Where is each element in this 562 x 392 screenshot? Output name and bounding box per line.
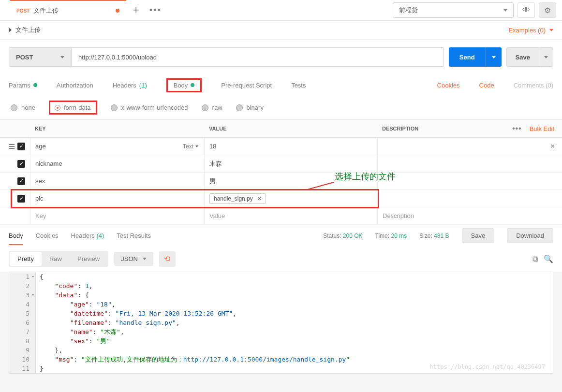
drag-handle-icon[interactable] (9, 144, 15, 149)
wrap-icon: ⟲ (164, 254, 170, 263)
settings-button[interactable]: ⚙ (539, 2, 556, 18)
description-cell[interactable] (377, 173, 562, 189)
content-type-select[interactable]: JSON (114, 252, 153, 266)
tab-prerequest[interactable]: Pre-request Script (221, 82, 272, 89)
eye-icon: 👁 (522, 6, 530, 15)
tab-title: 文件上传 (33, 6, 59, 15)
tab-tests[interactable]: Tests (291, 82, 306, 89)
url-value: http://127.0.0.1:5000/upload (78, 54, 157, 61)
table-row: ✓ sex 男 (0, 173, 562, 190)
cookies-link[interactable]: Cookies (437, 82, 460, 89)
value-cell[interactable]: handle_sign.py ✕ (204, 190, 377, 207)
environment-preview-button[interactable]: 👁 (518, 2, 535, 18)
response-tabs: Body Cookies Headers (4) Test Results St… (0, 225, 562, 246)
view-pretty[interactable]: Pretty (10, 252, 42, 266)
key-cell[interactable]: age Text (30, 138, 204, 155)
tab-headers[interactable]: Headers (1) (113, 82, 147, 89)
value-cell[interactable]: Value (204, 207, 377, 224)
chevron-down-icon (195, 145, 198, 147)
body-type-raw[interactable]: raw (202, 104, 222, 111)
response-body[interactable]: 1▾{ 2 "code": 1, 3▾ "data": { 4 "age": "… (9, 272, 553, 374)
table-header: KEY VALUE DESCRIPTION ••• Bulk Edit (0, 119, 562, 138)
environment-select[interactable]: 前程贷 (393, 2, 514, 18)
search-response-button[interactable]: 🔍 (544, 254, 553, 263)
radio-icon (236, 104, 243, 111)
response-tab-headers[interactable]: Headers (4) (71, 232, 104, 239)
response-view-row: Pretty Raw Preview JSON ⟲ ⧉ 🔍 (0, 246, 562, 272)
request-tab[interactable]: POST 文件上传 (10, 0, 126, 20)
method-value: POST (16, 54, 33, 61)
row-checkbox[interactable]: ✓ (17, 177, 25, 185)
radio-selected-icon (55, 105, 60, 110)
radio-icon (11, 104, 17, 111)
description-cell[interactable] (377, 138, 543, 155)
examples-dropdown[interactable]: Examples (0) (508, 27, 553, 34)
value-cell[interactable]: 男 (204, 173, 377, 189)
key-cell[interactable]: nickname (30, 155, 204, 172)
row-checkbox[interactable]: ✓ (17, 160, 25, 168)
view-mode-tabs: Pretty Raw Preview (9, 251, 108, 267)
key-cell[interactable]: pic (30, 190, 204, 207)
description-cell[interactable]: Description (377, 207, 562, 224)
key-cell[interactable]: Key (30, 207, 204, 224)
view-raw[interactable]: Raw (42, 252, 70, 266)
response-tab-cookies[interactable]: Cookies (36, 232, 59, 239)
tab-body[interactable]: Body (166, 78, 202, 92)
column-options-button[interactable]: ••• (512, 124, 522, 133)
response-tab-testresults[interactable]: Test Results (117, 232, 151, 239)
examples-label: Examples (0) (508, 27, 546, 34)
new-tab-button[interactable]: + (126, 0, 146, 20)
type-select[interactable]: Text (183, 143, 198, 150)
body-type-row: none form-data x-www-form-urlencoded raw… (0, 96, 562, 119)
remove-file-button[interactable]: ✕ (257, 195, 262, 202)
response-tab-body[interactable]: Body (9, 232, 23, 245)
wrap-lines-button[interactable]: ⟲ (159, 251, 176, 267)
table-row: ✓ age Text 18 ✕ (0, 138, 562, 155)
top-bar: POST 文件上传 + ••• 前程贷 👁 ⚙ (0, 0, 562, 21)
chevron-down-icon (143, 258, 147, 260)
chevron-down-icon (60, 56, 64, 58)
body-type-none[interactable]: none (11, 104, 35, 111)
response-time: Time: 20 ms (375, 232, 407, 239)
row-checkbox[interactable]: ✓ (17, 143, 25, 150)
send-dropdown[interactable] (486, 47, 502, 67)
radio-icon (111, 104, 118, 111)
copy-response-button[interactable]: ⧉ (532, 255, 538, 263)
gear-icon: ⚙ (544, 6, 551, 15)
tab-authorization[interactable]: Authorization (57, 82, 93, 89)
chevron-down-icon (492, 56, 496, 58)
code-link[interactable]: Code (479, 82, 494, 89)
comments-link[interactable]: Comments (0) (514, 82, 553, 89)
key-cell[interactable]: sex (30, 173, 204, 189)
value-cell[interactable]: 木森 (204, 155, 377, 172)
view-preview[interactable]: Preview (70, 252, 107, 266)
body-type-xwww[interactable]: x-www-form-urlencoded (111, 104, 188, 111)
url-input[interactable]: http://127.0.0.1:5000/upload (72, 47, 444, 67)
method-select[interactable]: POST (9, 47, 72, 67)
file-chip: handle_sign.py ✕ (209, 193, 266, 204)
value-cell[interactable]: 18 (204, 138, 377, 155)
delete-row-button[interactable]: ✕ (543, 143, 562, 150)
row-checkbox[interactable]: ✓ (17, 195, 25, 203)
tab-options-button[interactable]: ••• (146, 0, 165, 20)
send-button[interactable]: Send (449, 47, 502, 67)
tab-params[interactable]: Params (9, 82, 37, 89)
body-type-binary[interactable]: binary (236, 104, 264, 111)
top-right: 前程贷 👁 ⚙ (393, 0, 562, 20)
description-cell[interactable] (377, 190, 562, 207)
body-type-formdata[interactable]: form-data (49, 101, 97, 115)
table-row: ✓ nickname 木森 (0, 155, 562, 173)
request-collapse-toggle[interactable]: 文件上传 (9, 26, 41, 34)
description-cell[interactable] (377, 155, 562, 172)
download-response-button[interactable]: Download (507, 228, 553, 243)
send-label: Send (449, 54, 486, 61)
save-response-button[interactable]: Save (462, 228, 495, 243)
table-row-placeholder: Key Value Description (0, 207, 562, 225)
triangle-right-icon (9, 28, 12, 32)
save-button[interactable]: Save (506, 47, 553, 67)
tab-method: POST (16, 8, 30, 14)
request-header-row: 文件上传 Examples (0) (0, 21, 562, 40)
bulk-edit-link[interactable]: Bulk Edit (530, 125, 554, 132)
save-dropdown[interactable] (539, 48, 553, 66)
status-code: Status: 200 OK (323, 232, 362, 239)
